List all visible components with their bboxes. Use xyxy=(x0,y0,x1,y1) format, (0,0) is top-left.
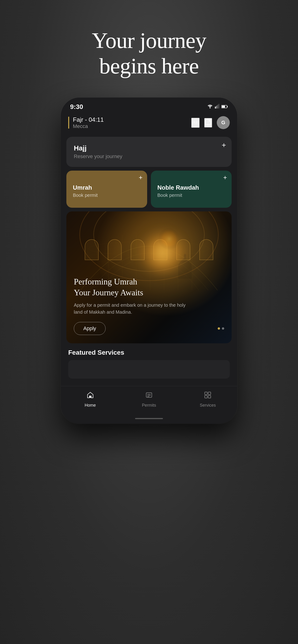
hero-title: Your journey begins here xyxy=(92,28,206,79)
svg-text:A: A xyxy=(193,120,195,124)
svg-text:文: 文 xyxy=(195,121,198,124)
permits-label: Permits xyxy=(142,403,156,408)
app-content: + Hajj Reserve your journey + Umrah Book… xyxy=(61,133,237,386)
svg-rect-3 xyxy=(217,105,218,108)
umrah-title: Umrah xyxy=(73,184,141,191)
hajj-plus-icon[interactable]: + xyxy=(222,142,226,149)
banner-footer: Apply xyxy=(74,322,224,335)
hajj-subtitle: Reserve your journey xyxy=(74,154,224,160)
banner-content: Performing Umrah Your Journey Awaits App… xyxy=(66,212,232,344)
home-indicator-bar xyxy=(135,418,163,419)
banner-card: Performing Umrah Your Journey Awaits App… xyxy=(66,212,232,344)
permits-icon xyxy=(145,391,153,401)
small-cards-row: + Umrah Book permit + Noble Rawdah Book … xyxy=(66,170,232,208)
rawdah-title: Noble Rawdah xyxy=(157,184,225,191)
umrah-subtitle: Book permit xyxy=(73,193,141,198)
prayer-location: Mecca xyxy=(73,123,104,129)
prayer-text: Fajr - 04:11 Mecca xyxy=(73,116,104,129)
prayer-bar-indicator xyxy=(68,116,69,129)
svg-point-11 xyxy=(209,120,210,122)
signal-icon xyxy=(215,104,219,110)
translate-button[interactable]: A 文 xyxy=(191,118,200,128)
prayer-info: Fajr - 04:11 Mecca xyxy=(68,116,104,129)
svg-rect-31 xyxy=(205,396,207,398)
apply-button[interactable]: Apply xyxy=(74,322,106,335)
services-icon xyxy=(203,391,212,401)
services-preview xyxy=(68,360,230,378)
svg-rect-7 xyxy=(227,106,228,107)
banner-heading: Performing Umrah Your Journey Awaits xyxy=(74,276,224,298)
home-indicator xyxy=(61,416,237,424)
svg-rect-10 xyxy=(205,119,211,125)
featured-services-title: Featured Services xyxy=(68,349,230,356)
app-header: Fajr - 04:11 Mecca A 文 G xyxy=(61,112,237,133)
user-avatar[interactable]: G xyxy=(217,116,230,129)
status-icons xyxy=(207,104,228,110)
nav-item-permits[interactable]: Permits xyxy=(120,391,178,408)
battery-icon xyxy=(221,104,228,110)
rawdah-subtitle: Book permit xyxy=(157,193,225,198)
home-label: Home xyxy=(85,403,96,408)
svg-rect-24 xyxy=(90,396,91,398)
hajj-card[interactable]: + Hajj Reserve your journey xyxy=(66,137,232,167)
svg-point-0 xyxy=(210,108,210,108)
header-actions: A 文 G xyxy=(191,116,230,129)
phone-mockup: 9:30 xyxy=(61,98,237,424)
svg-rect-29 xyxy=(205,392,207,394)
screen-button[interactable] xyxy=(204,118,212,128)
banner-description: Apply for a permit and embark on a journ… xyxy=(74,302,194,316)
home-icon xyxy=(86,391,95,401)
carousel-dot-1 xyxy=(218,327,220,330)
svg-rect-2 xyxy=(216,106,217,108)
nav-item-services[interactable]: Services xyxy=(178,391,237,408)
wifi-icon xyxy=(207,104,213,110)
umrah-card[interactable]: + Umrah Book permit xyxy=(66,170,147,208)
prayer-name: Fajr - 04:11 xyxy=(73,116,104,123)
svg-rect-32 xyxy=(208,396,211,398)
services-label: Services xyxy=(200,403,216,408)
carousel-dots xyxy=(218,327,224,330)
svg-rect-6 xyxy=(222,106,225,108)
rawdah-plus-icon[interactable]: + xyxy=(223,174,227,181)
umrah-plus-icon[interactable]: + xyxy=(139,174,143,181)
carousel-dot-2 xyxy=(222,327,224,330)
status-time: 9:30 xyxy=(70,103,83,110)
svg-rect-1 xyxy=(215,107,216,108)
svg-rect-30 xyxy=(208,392,211,394)
status-bar: 9:30 xyxy=(61,98,237,112)
nav-item-home[interactable]: Home xyxy=(61,391,120,408)
noble-rawdah-card[interactable]: + Noble Rawdah Book permit xyxy=(151,170,232,208)
featured-services-section: Featured Services xyxy=(66,349,232,382)
hajj-title: Hajj xyxy=(74,144,224,152)
bottom-nav: Home Permits Ser xyxy=(61,386,237,416)
svg-rect-4 xyxy=(218,104,219,108)
